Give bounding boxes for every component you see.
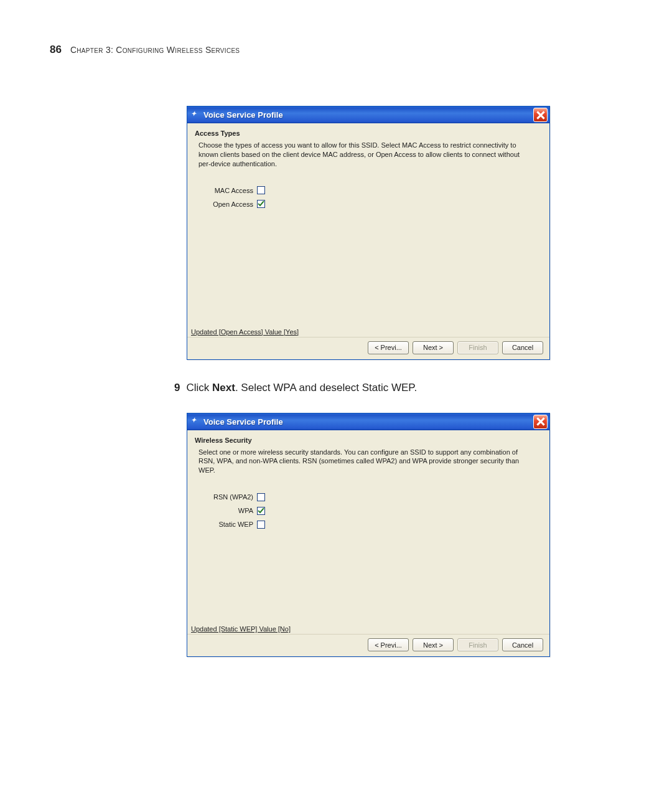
chapter-title: Chapter 3: Configuring Wireless Services (70, 45, 240, 55)
nav-bar: < Previ... Next > Finish Cancel (187, 337, 549, 359)
titlebar: ✦ Voice Service Profile (187, 413, 549, 430)
options-area: RSN (WPA2) WPA Static WEP (187, 479, 549, 624)
section-heading: Wireless Security (195, 437, 542, 444)
step-number: 9 (174, 382, 180, 394)
option-label: RSN (WPA2) (198, 493, 257, 501)
close-icon (536, 111, 545, 120)
cancel-button[interactable]: Cancel (502, 341, 543, 354)
option-row-rsn-wpa2: RSN (WPA2) (187, 490, 549, 504)
window-title: Voice Service Profile (203, 417, 533, 427)
rsn-wpa2-checkbox[interactable] (257, 493, 265, 501)
description-panel: Access Types Choose the types of access … (187, 123, 549, 172)
window-title: Voice Service Profile (203, 110, 533, 120)
dialog-voice-service-profile-2: ✦ Voice Service Profile Wireless Securit… (187, 413, 550, 658)
description-panel: Wireless Security Select one or more wir… (187, 430, 549, 479)
instruction-step-9: 9 Click Next. Select WPA and deselect St… (174, 382, 622, 394)
open-access-checkbox[interactable] (257, 200, 265, 208)
finish-button: Finish (457, 341, 498, 354)
option-row-wpa: WPA (187, 504, 549, 517)
dialog-voice-service-profile-1: ✦ Voice Service Profile Access Types Cho… (187, 106, 550, 360)
close-icon (536, 417, 545, 426)
option-label: WPA (198, 507, 257, 514)
screenshot-1: ✦ Voice Service Profile Access Types Cho… (187, 106, 622, 360)
document-page: 86 Chapter 3: Configuring Wireless Servi… (0, 0, 672, 729)
page-header: 86 Chapter 3: Configuring Wireless Servi… (50, 44, 622, 56)
cancel-button[interactable]: Cancel (502, 638, 543, 651)
previous-button[interactable]: < Previ... (368, 638, 409, 651)
static-wep-checkbox[interactable] (257, 521, 265, 529)
finish-button: Finish (457, 638, 498, 651)
next-button[interactable]: Next > (413, 341, 454, 354)
close-button[interactable] (533, 415, 548, 429)
app-icon: ✦ (191, 110, 201, 120)
option-label: MAC Access (198, 187, 257, 194)
option-row-static-wep: Static WEP (187, 517, 549, 531)
nav-bar: < Previ... Next > Finish Cancel (187, 634, 549, 656)
titlebar: ✦ Voice Service Profile (187, 106, 549, 123)
previous-button[interactable]: < Previ... (368, 341, 409, 354)
section-description: Select one or more wireless security sta… (195, 448, 542, 476)
status-line: Updated [Open Access] Value [Yes] (187, 327, 549, 337)
next-button[interactable]: Next > (413, 638, 454, 651)
options-area: MAC Access Open Access (187, 172, 549, 327)
option-label: Static WEP (198, 521, 257, 528)
section-description: Choose the types of access you want to a… (195, 141, 542, 169)
app-icon: ✦ (191, 417, 201, 427)
option-row-mac-access: MAC Access (187, 184, 549, 197)
screenshot-2: ✦ Voice Service Profile Wireless Securit… (187, 413, 622, 658)
section-heading: Access Types (195, 130, 542, 137)
page-number: 86 (50, 44, 62, 56)
close-button[interactable] (533, 108, 548, 122)
option-row-open-access: Open Access (187, 197, 549, 211)
mac-access-checkbox[interactable] (257, 186, 265, 194)
wpa-checkbox[interactable] (257, 507, 265, 515)
step-text: Click Next. Select WPA and deselect Stat… (186, 382, 417, 394)
option-label: Open Access (198, 201, 257, 208)
status-line: Updated [Static WEP] Value [No] (187, 624, 549, 634)
